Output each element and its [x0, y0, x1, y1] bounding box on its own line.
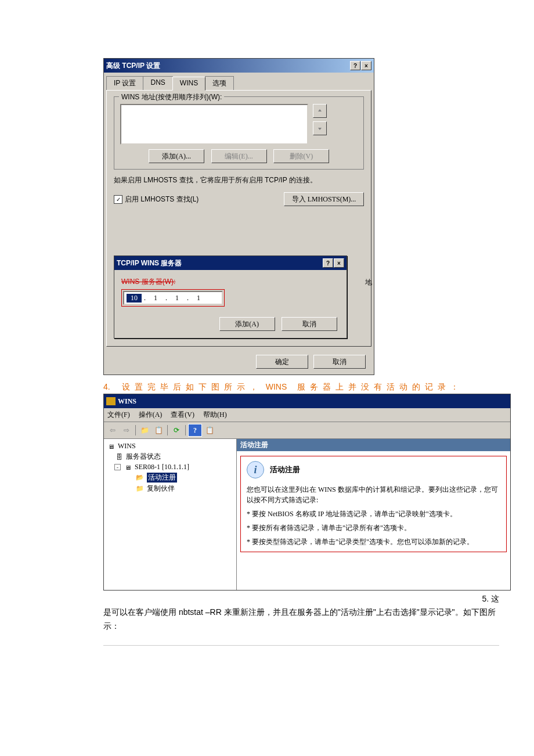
ok-button[interactable]: 确定 — [256, 355, 308, 369]
info-title: 活动注册 — [270, 465, 300, 475]
list-icon[interactable]: 📋 — [203, 424, 216, 436]
step4-wins: WINS — [266, 382, 287, 391]
collapse-icon[interactable]: - — [114, 464, 121, 470]
wins-address-list[interactable] — [120, 104, 308, 145]
tree-root[interactable]: 🖥 WINS — [106, 441, 234, 451]
move-up-button[interactable] — [313, 104, 327, 118]
tab-ip[interactable]: IP 设置 — [106, 76, 143, 90]
up-icon[interactable]: 📁 — [138, 424, 151, 436]
ip-octet-3[interactable]: 1 — [169, 294, 185, 303]
inner-titlebar: TCP/IP WINS 服务器 ? × — [114, 256, 347, 270]
wins-server-dialog: TCP/IP WINS 服务器 ? × WINS 服务器(W): 10. 1. — [114, 255, 347, 339]
delete-button[interactable]: 删除(V) — [273, 149, 329, 163]
tree-active-reg[interactable]: 📂 活动注册 — [106, 472, 234, 483]
step5-text: 是可以在客户端使用 nbtstat –RR 来重新注册，并且在服务器上的"活动注… — [103, 606, 499, 633]
folder-icon: 📂 — [135, 474, 145, 482]
refresh-icon[interactable]: ⟳ — [170, 424, 183, 436]
separator — [167, 425, 168, 435]
help-button[interactable]: ? — [350, 61, 360, 70]
add-button[interactable]: 添加(A)... — [149, 149, 204, 163]
ip-input[interactable]: 10. 1. 1. 1 — [123, 291, 223, 305]
info-b3: * 要按类型筛选记录，请单击"记录类型"选项卡。您也可以添加新的记录。 — [247, 537, 500, 547]
server-status-icon: 🗄 — [114, 453, 124, 461]
menu-view[interactable]: 查看(V) — [171, 411, 194, 419]
forward-icon[interactable]: ⇨ — [120, 424, 133, 436]
separator — [135, 425, 136, 435]
step4-num: 4. — [103, 382, 110, 391]
info-p1: 您也可以在这里列出在 WINS 数据库中的计算机和组记录。要列出这些记录，您可以… — [247, 484, 500, 505]
properties-icon[interactable]: 📋 — [152, 424, 165, 436]
wins-server-label: WINS 服务器(W): — [121, 277, 340, 287]
inner-cancel-button[interactable]: 取消 — [282, 317, 337, 331]
menu-help[interactable]: 帮助(H) — [203, 411, 227, 419]
wins-address-group: WINS 地址(按使用顺序排列)(W): 添 — [114, 96, 364, 170]
inner-close-button[interactable]: × — [334, 258, 344, 268]
ip-octet-4[interactable]: 1 — [191, 294, 206, 303]
dialog-titlebar: 高级 TCP/IP 设置 ? × — [104, 59, 374, 73]
tree-status[interactable]: 🗄 服务器状态 — [106, 451, 234, 462]
info-icon: i — [247, 461, 264, 478]
separator — [185, 425, 186, 435]
folder-icon: 📁 — [135, 485, 145, 493]
cancel-button[interactable]: 取消 — [313, 355, 366, 369]
menu-action[interactable]: 操作(A) — [139, 411, 163, 419]
ip-octet-2[interactable]: 1 — [148, 294, 163, 303]
right-pane: 活动注册 i 活动注册 您也可以在这里列出在 WINS 数据库中的计算机和组记录… — [237, 439, 510, 590]
tab-wins[interactable]: WINS — [172, 77, 205, 91]
tab-options[interactable]: 选项 — [205, 76, 234, 90]
dialog-title: 高级 TCP/IP 设置 — [106, 61, 349, 71]
tree-partner[interactable]: 📁 复制伙伴 — [106, 483, 234, 494]
tree-server[interactable]: - 🖥 SER08-1 [10.1.1.1] — [106, 462, 234, 472]
step4-text: 4.设置完毕后如下图所示，WINS服务器上并没有活动的记录： — [103, 382, 499, 393]
mmc-title: WINS — [118, 397, 508, 406]
wins-icon: 🖥 — [106, 442, 116, 451]
menu-file[interactable]: 文件(F) — [107, 411, 130, 419]
inner-add-button[interactable]: 添加(A) — [219, 317, 275, 331]
page-divider — [103, 645, 499, 646]
right-pane-header: 活动注册 — [237, 439, 510, 451]
menubar: 文件(F) 操作(A) 查看(V) 帮助(H) — [104, 408, 510, 422]
move-down-button[interactable] — [313, 121, 327, 135]
advanced-tcpip-dialog: 高级 TCP/IP 设置 ? × IP 设置 DNS WINS 选项 WINS … — [103, 58, 374, 375]
step5-num: 5. 这 — [103, 594, 499, 604]
close-button[interactable]: × — [361, 61, 371, 70]
info-b1: * 要按 NetBIOS 名称或 IP 地址筛选记录，请单击"记录映射"选项卡。 — [247, 509, 500, 519]
info-b2: * 要按所有者筛选记录，请单击"记录所有者"选项卡。 — [247, 523, 500, 533]
edit-button[interactable]: 编辑(E)... — [211, 149, 267, 163]
lmhosts-checkbox-label: 启用 LMHOSTS 查找(L) — [125, 195, 199, 204]
inner-title: TCP/IP WINS 服务器 — [117, 258, 322, 268]
wins-app-icon — [106, 397, 116, 405]
ip-octet-1[interactable]: 10 — [127, 294, 142, 303]
tabstrip: IP 设置 DNS WINS 选项 — [106, 76, 374, 90]
wins-mmc-window: WINS 文件(F) 操作(A) 查看(V) 帮助(H) ⇦ ⇨ 📁 📋 ⟳ ?… — [103, 394, 511, 591]
mmc-titlebar: WINS — [104, 394, 510, 408]
toolbar: ⇦ ⇨ 📁 📋 ⟳ ? 📋 — [104, 422, 510, 439]
lmhosts-checkbox[interactable]: ✓ — [114, 195, 122, 204]
inner-help-button[interactable]: ? — [323, 258, 333, 268]
help-icon[interactable]: ? — [188, 424, 202, 437]
wins-address-label: WINS 地址(按使用顺序排列)(W): — [119, 92, 224, 102]
peek-char: 地 — [365, 278, 372, 287]
dialog-footer: 确定 取消 — [104, 349, 374, 375]
tree-pane: 🖥 WINS 🗄 服务器状态 - 🖥 SER08-1 [10.1.1.1] 📂 — [104, 439, 237, 590]
tab-panel: WINS 地址(按使用顺序排列)(W): 添 — [106, 90, 371, 347]
back-icon[interactable]: ⇦ — [106, 424, 119, 436]
tab-dns[interactable]: DNS — [143, 76, 172, 90]
lmhosts-note: 如果启用 LMHOSTS 查找，它将应用于所有启用 TCP/IP 的连接。 — [114, 175, 364, 185]
info-box: i 活动注册 您也可以在这里列出在 WINS 数据库中的计算机和组记录。要列出这… — [240, 456, 507, 552]
server-icon: 🖥 — [123, 463, 132, 471]
import-lmhosts-button[interactable]: 导入 LMHOSTS(M)... — [284, 192, 364, 206]
